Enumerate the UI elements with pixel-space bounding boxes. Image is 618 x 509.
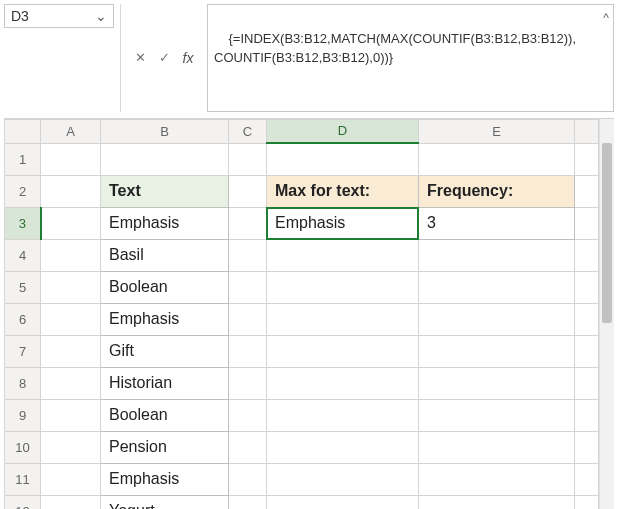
cell[interactable] [229, 399, 267, 431]
cell[interactable] [267, 367, 419, 399]
cell-b7[interactable]: Gift [101, 335, 229, 367]
cell[interactable] [229, 303, 267, 335]
cell[interactable] [41, 143, 101, 175]
col-header-d[interactable]: D [267, 119, 419, 143]
cell[interactable] [41, 495, 101, 509]
cell[interactable] [575, 271, 599, 303]
cell[interactable] [229, 271, 267, 303]
cell[interactable] [41, 207, 101, 239]
cell[interactable] [267, 431, 419, 463]
cell-b5[interactable]: Boolean [101, 271, 229, 303]
cell[interactable] [419, 335, 575, 367]
cell[interactable] [229, 207, 267, 239]
cell[interactable] [419, 367, 575, 399]
confirm-formula-button[interactable]: ✓ [153, 47, 175, 69]
cell[interactable] [419, 303, 575, 335]
cell[interactable] [575, 367, 599, 399]
cell[interactable] [41, 399, 101, 431]
row-header[interactable]: 10 [5, 431, 41, 463]
cell[interactable] [575, 463, 599, 495]
cell[interactable] [41, 367, 101, 399]
cell[interactable] [575, 399, 599, 431]
cell[interactable] [575, 239, 599, 271]
cell[interactable] [229, 367, 267, 399]
select-all-corner[interactable] [5, 119, 41, 143]
cell[interactable] [575, 143, 599, 175]
formula-expand-icon[interactable]: ^ [603, 9, 609, 27]
cell[interactable] [41, 431, 101, 463]
row-header[interactable]: 12 [5, 495, 41, 509]
cell-d2[interactable]: Max for text: [267, 175, 419, 207]
cell[interactable] [575, 335, 599, 367]
cell[interactable] [101, 143, 229, 175]
cell[interactable] [267, 239, 419, 271]
row-header[interactable]: 5 [5, 271, 41, 303]
cell[interactable] [267, 271, 419, 303]
cell[interactable] [267, 399, 419, 431]
cell[interactable] [229, 175, 267, 207]
cell[interactable] [419, 143, 575, 175]
cell[interactable] [41, 175, 101, 207]
col-header-a[interactable]: A [41, 119, 101, 143]
row-header[interactable]: 3 [5, 207, 41, 239]
cell-b9[interactable]: Boolean [101, 399, 229, 431]
row-header[interactable]: 9 [5, 399, 41, 431]
cell[interactable] [419, 463, 575, 495]
cell[interactable] [575, 431, 599, 463]
cell[interactable] [575, 207, 599, 239]
cell[interactable] [229, 335, 267, 367]
cell[interactable] [229, 463, 267, 495]
cell[interactable] [419, 495, 575, 509]
scrollbar-thumb[interactable] [602, 143, 612, 323]
cell-b12[interactable]: Yogurt [101, 495, 229, 509]
cell[interactable] [229, 239, 267, 271]
cell[interactable] [41, 271, 101, 303]
cell[interactable] [267, 495, 419, 509]
cell[interactable] [419, 271, 575, 303]
cell[interactable] [41, 303, 101, 335]
row-header[interactable]: 6 [5, 303, 41, 335]
cell-b11[interactable]: Emphasis [101, 463, 229, 495]
cell[interactable] [419, 239, 575, 271]
row-header[interactable]: 2 [5, 175, 41, 207]
cell-b3[interactable]: Emphasis [101, 207, 229, 239]
cell[interactable] [41, 463, 101, 495]
cancel-formula-button[interactable]: ✕ [129, 47, 151, 69]
cell[interactable] [267, 335, 419, 367]
cell[interactable] [41, 239, 101, 271]
cell[interactable] [267, 463, 419, 495]
col-header-c[interactable]: C [229, 119, 267, 143]
cell-b8[interactable]: Historian [101, 367, 229, 399]
cell[interactable] [575, 303, 599, 335]
cell-d3[interactable]: Emphasis [267, 207, 419, 239]
cell[interactable] [575, 495, 599, 509]
cell[interactable] [267, 143, 419, 175]
chevron-down-icon[interactable]: ⌄ [95, 8, 107, 24]
cell[interactable] [419, 399, 575, 431]
cell-b10[interactable]: Pension [101, 431, 229, 463]
cell-b2[interactable]: Text [101, 175, 229, 207]
row-header[interactable]: 4 [5, 239, 41, 271]
row-header[interactable]: 8 [5, 367, 41, 399]
spreadsheet-grid[interactable]: A B C D E 1 2 Text Max for text: Frequen… [4, 119, 599, 510]
col-header-blank[interactable] [575, 119, 599, 143]
cell[interactable] [41, 335, 101, 367]
cell[interactable] [229, 431, 267, 463]
formula-bar[interactable]: {=INDEX(B3:B12,MATCH(MAX(COUNTIF(B3:B12,… [207, 4, 614, 112]
vertical-scrollbar[interactable] [599, 119, 614, 510]
cell-e3[interactable]: 3 [419, 207, 575, 239]
col-header-b[interactable]: B [101, 119, 229, 143]
name-box[interactable]: D3 ⌄ [4, 4, 114, 28]
row-header[interactable]: 1 [5, 143, 41, 175]
col-header-e[interactable]: E [419, 119, 575, 143]
cell[interactable] [575, 175, 599, 207]
cell-e2[interactable]: Frequency: [419, 175, 575, 207]
row-header[interactable]: 11 [5, 463, 41, 495]
cell-b4[interactable]: Basil [101, 239, 229, 271]
row-header[interactable]: 7 [5, 335, 41, 367]
cell[interactable] [267, 303, 419, 335]
cell[interactable] [419, 431, 575, 463]
insert-function-button[interactable]: fx [177, 47, 199, 69]
cell[interactable] [229, 495, 267, 509]
cell[interactable] [229, 143, 267, 175]
